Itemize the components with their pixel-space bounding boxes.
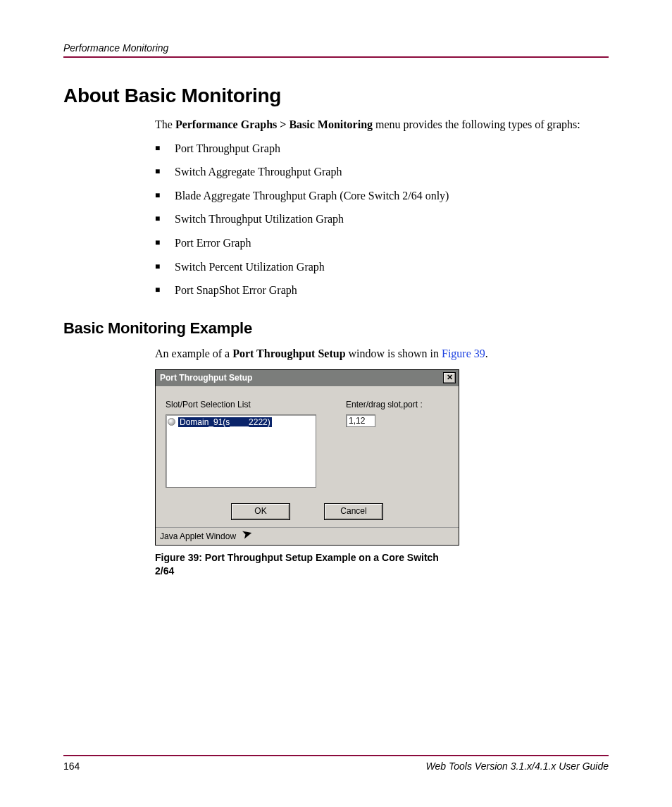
tree-item[interactable]: Domain_91(s____2222) (168, 417, 314, 428)
dialog-statusbar: Java Applet Window ➤ (156, 527, 459, 545)
cursor-icon: ➤ (241, 529, 253, 538)
enter-slot-port-label: Enter/drag slot,port : (346, 399, 449, 410)
subsection-body: An example of a Port Throughput Setup wi… (155, 346, 609, 578)
list-item: Port SnapShot Error Graph (155, 283, 609, 298)
list-item: Switch Aggregate Throughput Graph (155, 164, 609, 180)
document-title: Web Tools Version 3.1.x/4.1.x User Guide (426, 760, 609, 772)
tree-item-label: Domain_91(s____2222) (178, 417, 272, 427)
intro-paragraph: The Performance Graphs > Basic Monitorin… (155, 117, 609, 133)
page-footer: 164 Web Tools Version 3.1.x/4.1.x User G… (63, 755, 609, 772)
cancel-button[interactable]: Cancel (324, 503, 383, 520)
figure-caption: Figure 39: Port Throughput Setup Example… (155, 551, 459, 578)
dialog-title-text: Port Throughput Setup (160, 372, 252, 383)
para-post: . (485, 347, 488, 359)
tree-node-icon (168, 418, 175, 426)
dialog-titlebar[interactable]: Port Throughput Setup ✕ (156, 370, 459, 386)
intro-menu-path: Performance Graphs > Basic Monitoring (175, 118, 373, 130)
example-paragraph: An example of a Port Throughput Setup wi… (155, 346, 609, 362)
close-button[interactable]: ✕ (443, 372, 456, 383)
footer-rule (63, 755, 609, 756)
slot-port-selection-list[interactable]: Domain_91(s____2222) (166, 414, 316, 488)
section-body: The Performance Graphs > Basic Monitorin… (155, 117, 609, 298)
para-pre: An example of a (155, 347, 232, 359)
port-throughput-setup-dialog: Port Throughput Setup ✕ Slot/Port Select… (155, 369, 459, 546)
intro-text-pre: The (155, 118, 175, 130)
subsection-heading: Basic Monitoring Example (63, 319, 609, 338)
list-item: Blade Aggregate Throughput Graph (Core S… (155, 188, 609, 204)
ok-button[interactable]: OK (231, 503, 290, 520)
list-item: Switch Throughput Utilization Graph (155, 211, 609, 227)
slot-port-list-label: Slot/Port Selection List (166, 399, 346, 410)
intro-text-post: menu provides the following types of gra… (373, 118, 580, 130)
page-number: 164 (63, 760, 80, 772)
para-bold: Port Throughput Setup (232, 347, 345, 359)
running-head: Performance Monitoring (63, 42, 609, 54)
section-heading: About Basic Monitoring (63, 85, 609, 107)
para-mid: window is shown in (346, 347, 442, 359)
list-item: Switch Percent Utilization Graph (155, 259, 609, 275)
list-item: Port Throughput Graph (155, 141, 609, 156)
header-rule (63, 56, 609, 58)
figure-crossref-link[interactable]: Figure 39 (442, 347, 485, 359)
list-item: Port Error Graph (155, 235, 609, 251)
slot-port-input[interactable]: 1,12 (346, 414, 375, 427)
statusbar-text: Java Applet Window (160, 531, 236, 542)
graph-types-list: Port Throughput Graph Switch Aggregate T… (155, 141, 609, 298)
